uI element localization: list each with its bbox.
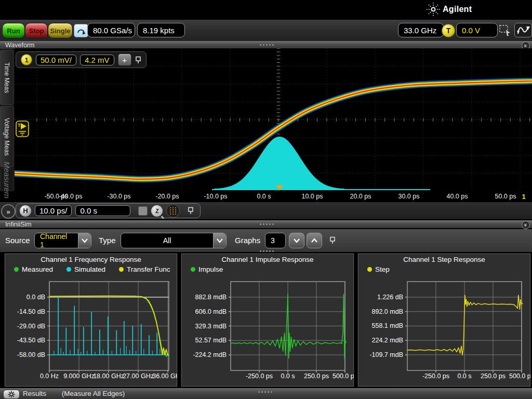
infiniisim-section-header[interactable]: InfiniiSim » [0,220,532,228]
drag-grip[interactable] [260,223,274,225]
results-label: Results (Measure All Edges) [23,390,125,397]
source-value: Channel 1 [35,233,78,248]
chevron-down-icon: » [523,223,529,227]
y-tick-label: -224.2 mdB [181,351,227,359]
time-axis-label: -40.0 ps [47,193,94,200]
stop-button[interactable]: Stop [25,23,48,38]
pin-icon[interactable] [135,56,141,64]
pin-icon[interactable] [329,236,336,244]
results-settings-button[interactable] [3,390,20,399]
waveform-section-title: Waveform [5,42,35,49]
channel-offset-field[interactable]: 4.2 mV [80,55,114,65]
waveform-arrows-icon [516,24,530,36]
measurement-tab-strip: Time Meas Voltage Meas Measurem [0,49,15,191]
trigger-badge[interactable]: T [442,24,455,37]
channel-trigger-marker-icon[interactable]: T [16,121,29,137]
waveform-display[interactable] [15,48,532,191]
marker-square-button[interactable] [138,206,148,216]
svg-text:T: T [18,123,21,128]
collapse-section-button[interactable]: » [522,221,530,229]
chevron-down-icon [81,238,88,243]
infiniisim-controls: Source Channel 1 Type All Graphs 3 [0,229,532,252]
results-bar[interactable]: Results (Measure All Edges) [0,388,532,399]
source-dropdown[interactable]: Channel 1 [34,233,91,248]
waveform-section-header[interactable]: Waveform » [0,41,532,49]
agilent-starburst-icon [426,2,441,17]
dropdown-button[interactable] [213,233,226,248]
run-button[interactable]: Run [2,23,25,38]
chevron-down-icon: » [523,44,529,47]
y-tick-label: 606.0 mdB [181,308,227,316]
tab-time-meas[interactable]: Time Meas [0,50,14,105]
time-axis-label: 10.0 ps [289,193,336,200]
channel-scale-field[interactable]: 50.0 mV/ [36,55,76,65]
graphs-increment-button[interactable] [307,233,322,248]
drag-grip[interactable] [260,44,274,46]
timebase-field[interactable]: 10.0 ps/ [35,205,72,216]
touch-mode-button[interactable] [74,24,88,37]
acquisition-points-button[interactable] [166,204,180,218]
add-channel-button[interactable]: + [118,54,131,66]
time-axis-label: -20.0 ps [144,193,191,200]
chevron-up-icon [310,237,318,244]
time-axis-label: 30.0 ps [385,193,432,200]
expand-tabs-button[interactable]: » [1,204,16,219]
horizontal-position-field[interactable]: 0.0 s [75,205,130,216]
dotted-columns-icon [169,207,177,215]
chevron-down-icon [292,237,301,244]
tab-voltage-meas[interactable]: Voltage Meas [0,106,14,167]
type-dropdown[interactable]: All [121,233,227,248]
y-tick-label: 329.3 mdB [181,322,227,330]
horizontal-controls-group: H 10.0 ps/ 0.0 s Z [16,203,201,218]
time-axis: 1 -50.0 ps-40.0 ps-30.0 ps-20.0 ps-10.0 … [15,191,532,202]
trigger-level-field[interactable]: 0.0 V [456,23,498,37]
time-axis-label: 0.0 s [241,193,287,200]
graphs-label: Graphs [235,236,260,245]
channel-1-badge[interactable]: 1 [21,54,32,65]
oscilloscope-screen: Agilent Run Stop Single 80.0 GSa/s 8.19 … [0,0,532,399]
y-tick-label: 892.0 mdB [358,308,403,316]
time-axis-label: 40.0 ps [434,193,481,200]
time-axis-label: 50.0 ps [482,193,529,200]
frequency-response-panel: Channel 1 Frequency Response MeasuredSim… [4,253,178,387]
x-tick-label: 36.00 GHz [144,373,178,380]
graphs-decrement-button[interactable] [289,233,304,248]
time-axis-label: -10.0 ps [192,193,239,200]
selection-tool-button[interactable] [498,23,513,37]
impulse-response-panel: Channel 1 Impulse Response Impulse 882.8… [181,253,354,387]
time-axis-label: -30.0 ps [96,193,142,200]
results-detail: (Measure All Edges) [62,390,125,397]
drag-grip[interactable] [260,250,274,252]
y-tick-label: 52.57 mdB [181,336,227,344]
curved-arrow-icon [76,26,86,35]
y-tick-label: 0.0 dB [5,293,45,301]
dropdown-button[interactable] [78,233,91,248]
gear-icon [8,391,15,398]
acquisition-toolbar: Run Stop Single 80.0 GSa/s 8.19 kpts 33.… [0,20,532,42]
impulse-response-chart [181,254,354,387]
y-tick-label: 558.1 mdB [358,322,403,330]
y-tick-label: 882.8 mdB [181,293,227,301]
type-value: All [121,233,213,248]
graphs-count-field[interactable]: 3 [265,233,286,248]
y-tick-label: -29.00 dB [5,322,45,330]
x-tick-label: 500.0 ps [322,373,354,380]
step-response-panel: Channel 1 Step Response Step 1.226 dB892… [357,253,531,387]
drag-grip[interactable] [258,391,272,393]
waveform-tools-button[interactable] [514,23,532,37]
sample-rate-field[interactable]: 80.0 GSa/s [87,23,135,37]
horizontal-badge[interactable]: H [20,205,31,217]
bandwidth-field[interactable]: 33.0 GHz [398,23,444,37]
y-tick-label: 224.2 mdB [358,336,403,344]
memory-depth-field[interactable]: 8.19 kpts [137,23,185,37]
infiniisim-section-title: InfiniiSim [5,221,32,228]
type-label: Type [99,236,116,245]
y-tick-label: -109.7 mdB [358,351,403,359]
pin-icon[interactable] [188,207,194,215]
single-button[interactable]: Single [48,23,73,38]
horizontal-controls-row: » H 10.0 ps/ 0.0 s Z [0,202,532,219]
x-tick-label: 500.0 ps [498,373,531,380]
zoom-button[interactable]: Z [151,205,163,217]
tab-measurement[interactable]: Measurem [0,168,14,191]
selection-box-icon [499,24,512,36]
